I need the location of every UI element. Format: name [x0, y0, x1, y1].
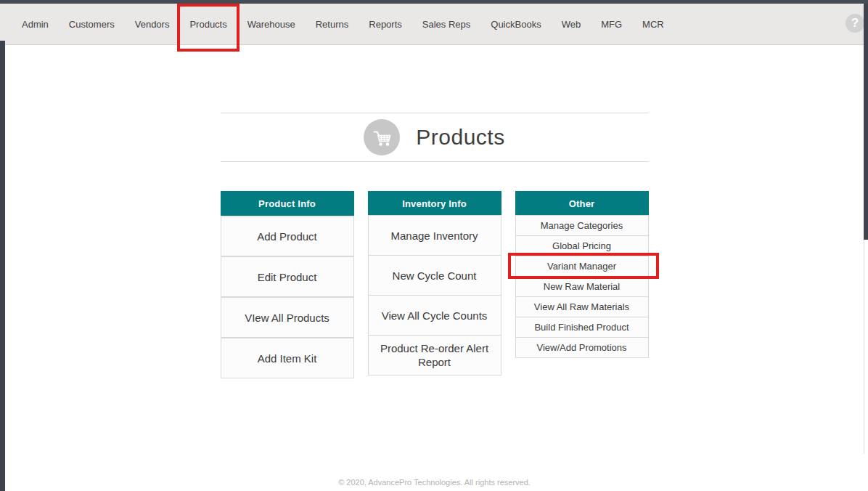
nav-item-quickbooks[interactable]: QuickBooks — [491, 4, 541, 45]
menu-item-manage-categories[interactable]: Manage Categories — [515, 215, 649, 236]
nav-item-web[interactable]: Web — [562, 4, 581, 45]
menu-item-product-re-order-alert-report[interactable]: Product Re-order Alert Report — [368, 335, 501, 376]
menu-column-inventory-info: Inventory InfoManage InventoryNew Cycle … — [368, 191, 501, 376]
menu-item-label: New Cycle Count — [393, 269, 477, 283]
nav-item-sales-reps[interactable]: Sales Reps — [422, 4, 470, 45]
nav-item-label: Web — [562, 19, 581, 30]
right-scroll-line — [864, 240, 864, 454]
menu-item-label: Global Pricing — [552, 240, 611, 251]
nav-item-mcr[interactable]: MCR — [642, 4, 664, 45]
menu-item-view-all-products[interactable]: VIew All Products — [221, 297, 354, 338]
help-button[interactable]: ? — [846, 14, 864, 33]
nav-item-label: Products — [189, 19, 226, 30]
menu-item-view-add-promotions[interactable]: View/Add Promotions — [515, 337, 649, 358]
menu-item-view-all-cycle-counts[interactable]: View All Cycle Counts — [368, 295, 501, 336]
menu-item-label: Manage Inventory — [390, 229, 478, 243]
nav-item-warehouse[interactable]: Warehouse — [247, 4, 295, 45]
app-window: AdminCustomersVendorsProductsWarehouseRe… — [0, 0, 868, 491]
nav-item-label: MFG — [601, 19, 622, 30]
menu-item-add-product[interactable]: Add Product — [221, 216, 354, 256]
menu-item-edit-product[interactable]: Edit Product — [221, 256, 354, 297]
menu-item-add-item-kit[interactable]: Add Item Kit — [221, 338, 354, 378]
menu-item-view-all-raw-materials[interactable]: View All Raw Materials — [515, 296, 649, 317]
nav-bar: AdminCustomersVendorsProductsWarehouseRe… — [0, 4, 864, 45]
menu-item-label: Add Item Kit — [258, 352, 317, 365]
nav-item-label: Admin — [22, 19, 49, 30]
nav-item-admin[interactable]: Admin — [22, 4, 49, 45]
menu-column-product-info: Product InfoAdd ProductEdit ProductVIew … — [221, 191, 354, 378]
column-header-product-info: Product Info — [221, 191, 354, 216]
menu-item-label: Build Finished Product — [534, 322, 629, 333]
left-collapsed-rail — [0, 41, 5, 491]
menu-item-label: View/Add Promotions — [536, 342, 626, 353]
menu-item-label: Add Product — [257, 230, 317, 243]
cart-icon — [364, 119, 400, 155]
nav-item-label: MCR — [642, 19, 664, 30]
nav-item-reports[interactable]: Reports — [369, 4, 402, 45]
copyright-footer: © 2020, AdvancePro Technologies. All rig… — [5, 478, 864, 487]
menu-item-label: Product Re-order Alert Report — [379, 341, 491, 369]
menu-item-label: VIew All Products — [245, 311, 329, 325]
nav-item-products[interactable]: Products — [189, 4, 226, 45]
nav-item-label: Sales Reps — [422, 19, 470, 30]
top-dark-bar — [0, 0, 868, 4]
menu-item-label: Manage Categories — [541, 220, 623, 231]
page-title: Products — [416, 125, 504, 150]
nav-item-vendors[interactable]: Vendors — [135, 4, 170, 45]
nav-item-label: QuickBooks — [491, 19, 541, 30]
main-content: Products Product InfoAdd ProductEdit Pro… — [5, 46, 864, 491]
menu-item-label: Edit Product — [258, 270, 317, 284]
nav-item-label: Warehouse — [247, 19, 295, 30]
nav-item-mfg[interactable]: MFG — [601, 4, 622, 45]
nav-item-customers[interactable]: Customers — [69, 4, 115, 45]
menu-item-label: Variant Manager — [547, 261, 616, 272]
menu-item-new-raw-material[interactable]: New Raw Material — [515, 276, 649, 297]
column-header-other: Other — [515, 191, 649, 216]
page-title-bar: Products — [221, 113, 649, 162]
nav-item-label: Vendors — [135, 19, 170, 30]
menu-columns: Product InfoAdd ProductEdit ProductVIew … — [221, 191, 649, 378]
menu-item-variant-manager[interactable]: Variant Manager — [515, 256, 649, 277]
nav-item-label: Reports — [369, 19, 402, 30]
menu-item-build-finished-product[interactable]: Build Finished Product — [515, 317, 649, 338]
column-header-inventory-info: Inventory Info — [368, 191, 501, 216]
nav-item-returns[interactable]: Returns — [316, 4, 349, 45]
menu-item-new-cycle-count[interactable]: New Cycle Count — [368, 255, 501, 296]
menu-column-other: OtherManage CategoriesGlobal PricingVari… — [515, 191, 649, 358]
menu-item-label: View All Cycle Counts — [382, 309, 488, 322]
nav-item-label: Customers — [69, 19, 115, 30]
menu-item-manage-inventory[interactable]: Manage Inventory — [368, 215, 501, 256]
menu-item-label: New Raw Material — [544, 281, 620, 292]
menu-item-label: View All Raw Materials — [534, 301, 629, 312]
question-mark-icon: ? — [851, 16, 859, 31]
right-collapsed-rail — [864, 0, 868, 240]
menu-item-global-pricing[interactable]: Global Pricing — [515, 235, 649, 256]
nav-items: AdminCustomersVendorsProductsWarehouseRe… — [0, 4, 864, 45]
nav-item-label: Returns — [316, 19, 349, 30]
